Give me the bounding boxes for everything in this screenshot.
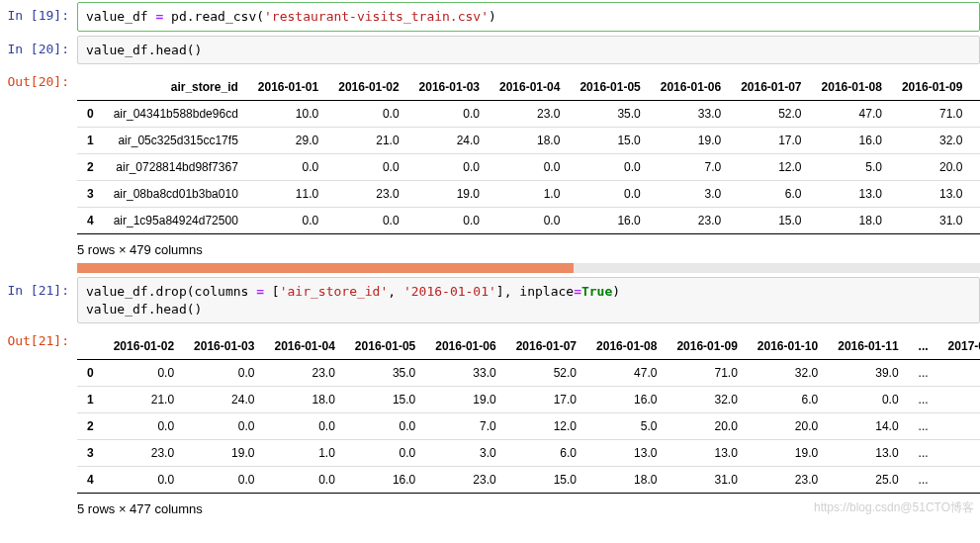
cell: 0.0: [248, 154, 328, 181]
column-header: air_store_id: [104, 74, 248, 101]
column-header: 2016-01-03: [409, 74, 490, 101]
cell: 15.0: [731, 208, 811, 234]
cell: 24.0: [184, 387, 264, 413]
column-header: [77, 74, 104, 101]
scrollbar-thumb-20[interactable]: [77, 263, 574, 273]
column-header: 2016-01-06: [425, 333, 505, 360]
cell: air_04341b588bde96cd: [104, 101, 248, 128]
cell: 17.0: [506, 387, 586, 413]
prompt-out-21: Out[21]:: [0, 327, 77, 348]
cell: 5.0: [938, 413, 980, 440]
row-index: 4: [77, 208, 104, 234]
column-header: 2016-01-02: [328, 74, 408, 101]
cell: ...: [909, 467, 938, 494]
cell: 0.0: [184, 360, 264, 387]
cell: 47.0: [812, 101, 892, 128]
cell: 0.0: [409, 154, 490, 181]
cell-21: In [21]: value_df.drop(columns = ['air_s…: [0, 275, 980, 325]
output-area-21[interactable]: 2016-01-022016-01-032016-01-042016-01-05…: [77, 333, 980, 520]
cell: 0.0: [490, 208, 570, 234]
prompt-in-20: In [20]:: [0, 36, 77, 56]
scrollbar-track-20[interactable]: [77, 263, 980, 273]
cell: 13.0: [812, 181, 892, 208]
cell: 52.0: [506, 360, 586, 387]
cell: 6.0: [748, 387, 828, 413]
cell: 20.0: [667, 413, 747, 440]
cell: 16.0: [812, 128, 892, 154]
cell: air_05c325d315cc17f5: [104, 128, 248, 154]
cell: 0.0: [328, 154, 408, 181]
cell: 32.0: [667, 387, 747, 413]
cell: 0.0: [409, 101, 490, 128]
cell: 14.0: [938, 440, 980, 467]
cell: 15.0: [345, 387, 425, 413]
row-index: 3: [77, 440, 104, 467]
cell-19: In [19]: value_df = pd.read_csv('restaur…: [0, 0, 980, 34]
cell: 1.0: [490, 181, 570, 208]
cell: 19.0: [651, 128, 731, 154]
column-header: 2016-01-09: [667, 333, 747, 360]
cell: 23.0: [264, 360, 344, 387]
cell: 0.0: [104, 413, 184, 440]
cell: 5.0: [586, 413, 667, 440]
cell: 12.0: [506, 413, 586, 440]
prompt-out-20: Out[20]:: [0, 68, 77, 89]
cell: air_08ba8cd01b3ba010: [104, 181, 248, 208]
column-header: ...: [909, 333, 938, 360]
cell: 23.0: [328, 181, 408, 208]
column-header: 2016-01-04: [264, 333, 344, 360]
column-header: 2016-01-07: [506, 333, 586, 360]
cell: 0.0: [570, 181, 650, 208]
cell: 23.0: [651, 208, 731, 234]
column-header: 2016-01-09: [892, 74, 972, 101]
cell: 23.0: [748, 467, 828, 494]
cell: 0.0: [264, 413, 344, 440]
cell: 18.0: [812, 208, 892, 234]
cell: 16.0: [345, 467, 425, 494]
column-header: 2016-01-03: [184, 333, 264, 360]
row-index: 4: [77, 467, 104, 494]
cell: 0.0: [409, 208, 490, 234]
cell: 6.0: [731, 181, 811, 208]
cell: 0.0: [264, 467, 344, 494]
cell: 20.0: [892, 154, 972, 181]
cell: 19.0: [184, 440, 264, 467]
cell: 0.0: [570, 154, 650, 181]
column-header: 2016-01-08: [812, 74, 892, 101]
dataframe-table-2: 2016-01-022016-01-032016-01-042016-01-05…: [77, 333, 980, 494]
cell: 13.0: [586, 440, 667, 467]
cell: 7.0: [425, 413, 505, 440]
cell: 17.0: [731, 128, 811, 154]
cell: 0.0: [828, 387, 908, 413]
prompt-in-21: In [21]:: [0, 277, 77, 298]
code-input-20[interactable]: value_df.head(): [77, 36, 980, 65]
cell: 71.0: [892, 101, 972, 128]
cell: 0.0: [184, 467, 264, 494]
prompt-in-19: In [19]:: [0, 2, 77, 23]
row-index: 0: [77, 101, 104, 128]
code-input-21[interactable]: value_df.drop(columns = ['air_store_id',…: [77, 277, 980, 323]
cell: 15.0: [570, 128, 650, 154]
cell: 10.0: [248, 101, 328, 128]
output-area-20[interactable]: air_store_id2016-01-012016-01-022016-01-…: [77, 74, 980, 273]
cell: ...: [972, 128, 980, 154]
cell: 20.0: [748, 413, 828, 440]
table-row: 323.019.01.00.03.06.013.013.019.013.0...…: [77, 440, 980, 467]
cell-21-output: Out[21]: 2016-01-022016-01-032016-01-042…: [0, 325, 980, 522]
cell-20-output: Out[20]: air_store_id2016-01-012016-01-0…: [0, 66, 980, 275]
code-input-19[interactable]: value_df = pd.read_csv('restaurant-visit…: [77, 2, 980, 32]
cell: 0.0: [104, 467, 184, 494]
cell: 21.0: [104, 387, 184, 413]
cell: 23.0: [104, 440, 184, 467]
cell: 3.0: [425, 440, 505, 467]
cell: 0.0: [490, 154, 570, 181]
column-header: 2016-01-10: [748, 333, 828, 360]
cell: 16.0: [586, 387, 667, 413]
cell: 33.0: [651, 101, 731, 128]
cell: 5.0: [812, 154, 892, 181]
column-header: 2016-01-01: [248, 74, 328, 101]
table1-shape: 5 rows × 479 columns: [77, 234, 980, 261]
cell: 13.0: [828, 440, 908, 467]
cell: 23.0: [490, 101, 570, 128]
table-row: 0air_04341b588bde96cd10.00.00.023.035.03…: [77, 101, 980, 128]
